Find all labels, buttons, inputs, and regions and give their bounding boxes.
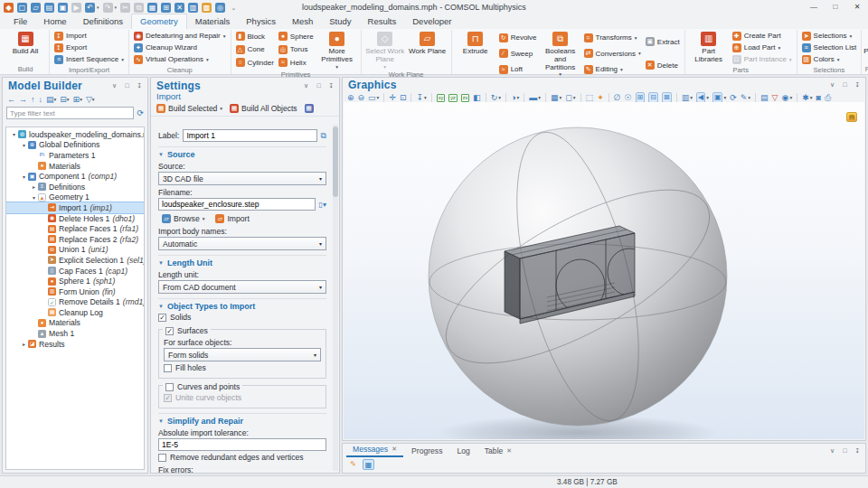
cleanup-wizard-button[interactable]: ✦Cleanup Wizard <box>132 42 227 53</box>
tree-expander[interactable]: ▾ <box>20 174 28 180</box>
selection-list-button[interactable]: ≡Selection List <box>800 42 859 53</box>
close-button[interactable]: ✕ <box>846 0 868 14</box>
float-panel-icon[interactable]: □ <box>841 81 849 89</box>
tree-item-remove-details-1[interactable]: ✓Remove Details 1(rmd1) <box>6 297 144 308</box>
tree-item-results[interactable]: ▸◪Results <box>6 339 144 350</box>
import-button[interactable]: ↧Import <box>52 30 126 42</box>
tab-definitions[interactable]: Definitions <box>75 14 131 29</box>
refresh-icon[interactable]: ⟳ <box>137 108 144 117</box>
save-button[interactable]: ▤ <box>44 3 54 13</box>
collapse-all-button[interactable]: ⊟▾ <box>60 95 69 104</box>
helix-button[interactable]: ≈Helix <box>277 57 316 69</box>
tab-progress[interactable]: Progress <box>405 446 448 457</box>
back-button[interactable]: ← <box>7 95 15 104</box>
transforms-button[interactable]: ⌗Transforms▾ <box>582 32 643 43</box>
label-input[interactable] <box>183 129 316 142</box>
minimize-button[interactable]: — <box>803 0 825 14</box>
filename-input[interactable] <box>158 198 316 211</box>
graphics-canvas[interactable]: ▤ <box>344 102 864 439</box>
create-part-button[interactable]: ✚Create Part <box>731 30 794 42</box>
view-xy-icon[interactable]: xy <box>436 94 447 102</box>
length-unit-select[interactable]: From CAD document▾ <box>158 280 326 294</box>
surface-objects-select[interactable]: Form solids▾ <box>164 348 321 361</box>
tab-log[interactable]: Log <box>450 446 476 457</box>
load-part-button[interactable]: ⊕Load Part▾ <box>731 42 794 53</box>
loft-button[interactable]: ≈Loft <box>497 63 539 75</box>
tree-item-union-1[interactable]: ⧉Union 1(uni1) <box>6 245 144 256</box>
tolerance-input[interactable] <box>158 438 326 451</box>
editing-button[interactable]: ✎Editing▾ <box>582 63 643 75</box>
cone-button[interactable]: △Cone <box>234 43 276 55</box>
surfaces-checkbox[interactable]: ✓Surfaces <box>163 325 211 336</box>
tree-item-mesh-1[interactable]: ▲Mesh 1 <box>6 328 144 339</box>
tab-study[interactable]: Study <box>321 14 359 29</box>
selections-button[interactable]: ➤Selections▾ <box>800 30 859 42</box>
close-tab-icon[interactable]: ✕ <box>392 446 397 453</box>
sphere-button[interactable]: ●Sphere <box>277 31 316 42</box>
pin-panel-icon[interactable]: ↧ <box>854 447 862 455</box>
tree-item-delete-holes-1[interactable]: ◉Delete Holes 1(dho1) <box>6 213 144 224</box>
app-icon[interactable]: ◆ <box>4 3 14 13</box>
revolve-button[interactable]: ↻Revolve <box>497 32 539 43</box>
panel-menu-icon[interactable]: ∨ <box>828 81 836 89</box>
tab-physics[interactable]: Physics <box>238 14 284 29</box>
table-view-icon[interactable]: ▦ <box>363 459 374 470</box>
section-header[interactable]: ▼Source <box>158 150 326 159</box>
tree-item-replace-faces-2[interactable]: ▤Replace Faces 2(rfa2) <box>6 234 144 245</box>
panel-menu-icon[interactable]: ∨ <box>110 82 118 89</box>
label-action-icon[interactable]: ⧉ <box>321 131 326 141</box>
maximize-button[interactable]: □ <box>825 0 846 14</box>
build-all-objects-button[interactable]: ▦Build All Objects <box>230 104 297 113</box>
delete-button[interactable]: ✕Delete <box>644 60 682 71</box>
tree-item-cleanup-log[interactable]: ▦Cleanup Log <box>6 307 144 318</box>
tree-expander[interactable]: ▸ <box>20 341 28 347</box>
settings-tool-button[interactable]: ▦ <box>305 104 314 113</box>
build-all-button[interactable]: ▦Build All <box>5 30 46 64</box>
tree-item-cap-faces-1[interactable]: ▯Cap Faces 1(cap1) <box>6 266 144 277</box>
float-panel-icon[interactable]: □ <box>315 82 323 89</box>
tree-item-component-1[interactable]: ▾▣Component 1(comp1) <box>6 171 144 182</box>
tab-geometry[interactable]: Geometry <box>131 14 187 29</box>
tree-filter-input[interactable] <box>6 107 134 119</box>
duplicate-button[interactable]: ⊞ <box>161 3 171 13</box>
section-header[interactable]: ▼Length Unit <box>158 258 326 267</box>
colors-button[interactable]: ▨Colors▾ <box>800 53 859 65</box>
tab-file[interactable]: File <box>5 14 35 29</box>
pin-panel-icon[interactable]: ↧ <box>854 81 862 89</box>
pin-panel-icon[interactable]: ↧ <box>327 82 335 89</box>
tree-expander[interactable]: ▸ <box>30 183 38 190</box>
programming-button[interactable]: ▤Programming ▾ <box>864 30 868 64</box>
defeaturing-and-repair-button[interactable]: ◉Defeaturing and Repair▾ <box>132 30 227 42</box>
undo-button-dropdown[interactable]: ▾ <box>97 5 99 10</box>
body-names-select[interactable]: Automatic▾ <box>158 237 326 250</box>
move-up-button[interactable]: ↑ <box>31 95 35 104</box>
extract-button[interactable]: ▣Extract <box>644 36 682 48</box>
close-tab-icon[interactable]: ✕ <box>506 447 512 455</box>
sweep-button[interactable]: ∕Sweep <box>497 48 539 60</box>
tab-materials[interactable]: Materials <box>187 14 239 29</box>
view-yz-icon[interactable]: yz <box>448 94 458 102</box>
import-button[interactable]: ▱Import <box>212 213 252 224</box>
tree-expander[interactable]: ▾ <box>30 194 38 201</box>
grid-view-button[interactable]: ▥ <box>188 3 198 13</box>
tab-table[interactable]: Table✕ <box>478 446 518 457</box>
cylinder-button[interactable]: ○Cylinder <box>234 57 276 69</box>
fill-holes-checkbox[interactable]: Fill holes <box>164 362 321 373</box>
block-button[interactable]: ▮Block <box>234 31 276 42</box>
graphics-context-icon[interactable]: ▤ <box>846 112 857 122</box>
tree-item-geometry-1[interactable]: ▾▲Geometry 1 <box>6 192 144 203</box>
view-zx-icon[interactable]: zx <box>460 94 471 102</box>
remove-redundant-checkbox[interactable]: Remove redundant edges and vertices <box>158 452 326 463</box>
work-plane-button[interactable]: ▱Work Plane <box>407 30 448 70</box>
tab-home[interactable]: Home <box>35 14 74 29</box>
export-button[interactable]: ↥Export <box>52 42 126 53</box>
section-header[interactable]: ▼Simplify and Repair <box>158 417 326 426</box>
extrude-button[interactable]: ⊓Extrude <box>455 30 496 77</box>
redo-button-dropdown[interactable]: ▾ <box>115 5 118 10</box>
search-button[interactable]: ◎ <box>215 3 225 13</box>
torus-button[interactable]: ◎Torus <box>277 43 316 55</box>
qat-overflow[interactable]: ⌄ <box>229 3 239 13</box>
tree-item-definitions[interactable]: ▸≡Definitions <box>6 182 144 192</box>
tree-item-materials[interactable]: ●Materials <box>6 161 144 172</box>
tab-messages[interactable]: Messages✕ <box>346 444 403 457</box>
